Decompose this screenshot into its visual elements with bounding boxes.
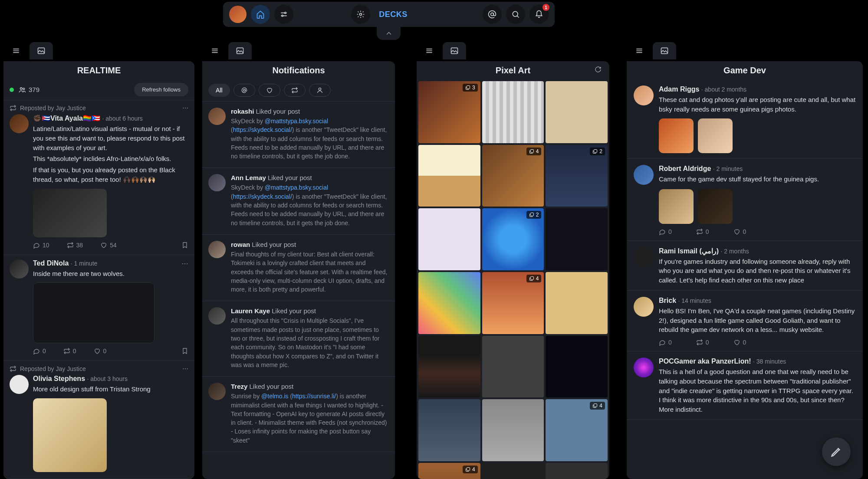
mention-link[interactable]: @mattstypa.bsky.social bbox=[265, 184, 328, 191]
notification-item[interactable]: rowan Liked your postFinal thoughts of m… bbox=[202, 235, 395, 301]
author-name[interactable]: Rami Ismail (رامي) bbox=[659, 247, 719, 255]
post-image[interactable] bbox=[659, 189, 694, 224]
notif-user[interactable]: Ann Lemay bbox=[231, 174, 266, 181]
author-avatar[interactable] bbox=[634, 247, 654, 267]
filter-mentions[interactable] bbox=[233, 84, 255, 97]
pixel-art-thumbnail[interactable]: 3 bbox=[418, 81, 480, 143]
feed-post[interactable]: Adam Riggs · about 2 monthsThese cat and… bbox=[627, 79, 863, 159]
like-button[interactable]: 0 bbox=[733, 228, 746, 235]
pixel-art-thumbnail[interactable] bbox=[482, 81, 544, 143]
post-image[interactable] bbox=[698, 118, 733, 153]
author-name[interactable]: Ted DiNola bbox=[33, 259, 69, 267]
pixel-art-thumbnail[interactable] bbox=[482, 399, 544, 461]
column-refresh-button[interactable] bbox=[595, 66, 602, 75]
url-link[interactable]: https://skydeck.social/ bbox=[233, 193, 292, 200]
bookmark-button[interactable] bbox=[181, 348, 188, 354]
column-menu-button[interactable] bbox=[418, 42, 441, 59]
author-name[interactable]: Adam Riggs bbox=[659, 85, 699, 93]
pixel-art-thumbnail[interactable] bbox=[418, 399, 480, 461]
notif-user[interactable]: Trezy bbox=[231, 383, 247, 390]
account-avatar[interactable] bbox=[229, 6, 247, 23]
pixel-art-thumbnail[interactable]: 4 bbox=[546, 399, 608, 461]
decks-label[interactable]: DECKS bbox=[379, 10, 408, 19]
media-view-tab[interactable] bbox=[228, 42, 252, 59]
like-button[interactable]: 0 bbox=[94, 348, 107, 354]
author-name[interactable]: Robert Aldridge bbox=[659, 165, 711, 172]
post-more-button[interactable]: ⋯ bbox=[182, 365, 188, 372]
notif-avatar[interactable] bbox=[208, 383, 226, 400]
reply-button[interactable]: 0 bbox=[33, 348, 46, 354]
pixel-art-thumbnail[interactable] bbox=[418, 208, 480, 270]
repost-button[interactable]: 0 bbox=[696, 228, 709, 235]
filter-likes[interactable] bbox=[259, 84, 280, 97]
pixel-art-thumbnail[interactable]: 4 bbox=[482, 272, 544, 334]
reply-button[interactable]: 0 bbox=[659, 228, 672, 235]
pixel-art-thumbnail[interactable] bbox=[546, 208, 608, 270]
pixel-art-thumbnail[interactable] bbox=[418, 272, 480, 334]
timeline-post[interactable]: Ted DiNola · 1 minute⋯Inside me there ar… bbox=[3, 255, 194, 361]
author-name[interactable]: Olivia Stephens bbox=[33, 375, 85, 382]
post-image[interactable] bbox=[659, 118, 694, 153]
post-image[interactable] bbox=[33, 189, 107, 237]
author-avatar[interactable] bbox=[10, 114, 29, 133]
repost-button[interactable]: 0 bbox=[63, 348, 76, 354]
notifications-bell-button[interactable]: 1 bbox=[529, 5, 549, 24]
media-view-tab[interactable] bbox=[30, 42, 53, 59]
post-image[interactable] bbox=[698, 189, 733, 224]
column-menu-button[interactable] bbox=[203, 42, 227, 59]
author-name[interactable]: POCGamer aka PanzerLion! bbox=[659, 358, 751, 365]
compose-button[interactable] bbox=[822, 437, 851, 466]
feed-post[interactable]: Robert Aldridge · 2 minutesCame for the … bbox=[627, 159, 863, 241]
filter-all[interactable]: All bbox=[208, 84, 230, 97]
notif-user[interactable]: rowan bbox=[231, 241, 250, 248]
pixel-art-thumbnail[interactable]: 2 bbox=[482, 208, 544, 270]
pixel-art-thumbnail[interactable] bbox=[482, 463, 544, 479]
author-avatar[interactable] bbox=[634, 85, 654, 105]
mentions-button[interactable] bbox=[483, 5, 502, 24]
filter-follows[interactable] bbox=[309, 84, 331, 97]
notification-item[interactable]: Lauren Kaye Liked your postAll throughou… bbox=[202, 301, 395, 377]
reply-button[interactable]: 10 bbox=[33, 242, 49, 249]
column-menu-button[interactable] bbox=[4, 42, 28, 59]
mention-link[interactable]: @mattstypa.bsky.social bbox=[265, 118, 328, 125]
collapse-topbar-handle[interactable] bbox=[377, 27, 401, 40]
pixel-art-thumbnail[interactable] bbox=[546, 81, 608, 143]
feed-post[interactable]: Brick · 14 minutesHello BS! I'm Ben, I'v… bbox=[627, 291, 863, 351]
pixel-art-thumbnail[interactable] bbox=[482, 336, 544, 398]
column-menu-button[interactable] bbox=[628, 42, 651, 59]
post-image[interactable] bbox=[33, 398, 107, 472]
notification-item[interactable]: rokashi Liked your postSkyDeck by @matts… bbox=[202, 102, 395, 168]
notification-item[interactable]: Ann Lemay Liked your postSkyDeck by @mat… bbox=[202, 168, 395, 234]
media-view-tab[interactable] bbox=[443, 42, 466, 59]
url-link[interactable]: https://sunrise.li/ bbox=[292, 393, 336, 400]
feed-post[interactable]: POCGamer aka PanzerLion! · 38 minutesThi… bbox=[627, 351, 863, 420]
author-avatar[interactable] bbox=[634, 358, 654, 377]
pixel-art-thumbnail[interactable] bbox=[546, 272, 608, 334]
author-avatar[interactable] bbox=[634, 297, 654, 317]
quoted-post[interactable] bbox=[33, 282, 155, 343]
author-name[interactable]: ✊🏿🇨🇺Vita Ayala🏳️‍🌈🇵🇷 bbox=[33, 115, 100, 122]
like-button[interactable]: 54 bbox=[100, 242, 117, 249]
author-name[interactable]: Brick bbox=[659, 297, 676, 304]
url-link[interactable]: https://skydeck.social/ bbox=[233, 126, 292, 133]
post-more-button[interactable]: ⋯ bbox=[182, 105, 188, 112]
settings-sliders-button[interactable] bbox=[274, 5, 293, 24]
media-view-tab[interactable] bbox=[653, 42, 676, 59]
home-button[interactable] bbox=[251, 5, 270, 24]
settings-gear-button[interactable] bbox=[351, 5, 370, 24]
author-avatar[interactable] bbox=[10, 375, 29, 394]
notif-avatar[interactable] bbox=[208, 307, 226, 325]
search-button[interactable] bbox=[506, 5, 525, 24]
pixel-art-thumbnail[interactable] bbox=[418, 336, 480, 398]
repost-button[interactable]: 0 bbox=[696, 339, 709, 346]
timeline-post[interactable]: Reposted by Jay Justice⋯Olivia Stephens … bbox=[3, 361, 194, 479]
pixel-art-thumbnail[interactable]: 4 bbox=[482, 145, 544, 207]
notif-user[interactable]: Lauren Kaye bbox=[231, 307, 270, 315]
notif-user[interactable]: rokashi bbox=[231, 108, 254, 115]
pixel-art-thumbnail[interactable]: 2 bbox=[546, 145, 608, 207]
notif-avatar[interactable] bbox=[208, 241, 226, 258]
reply-button[interactable]: 0 bbox=[659, 339, 672, 346]
like-button[interactable]: 0 bbox=[733, 339, 746, 346]
author-avatar[interactable] bbox=[10, 259, 29, 279]
mention-link[interactable]: @telmo.is bbox=[261, 393, 288, 400]
